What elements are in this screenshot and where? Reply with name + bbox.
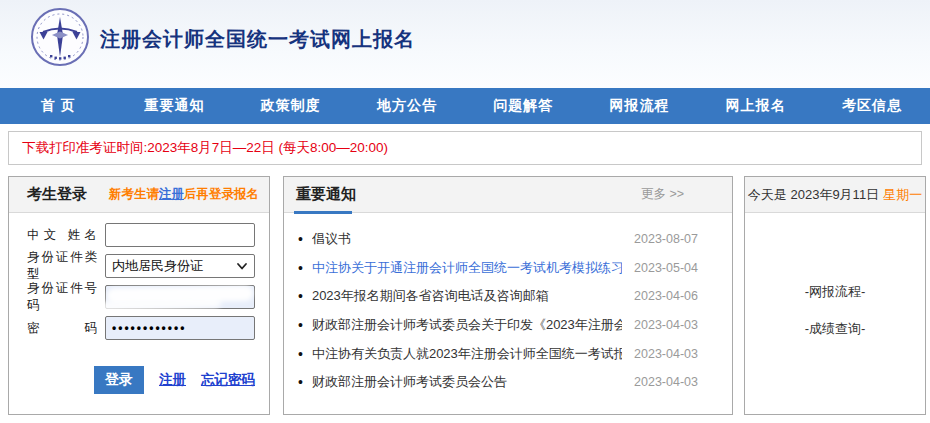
notice-item: • 中注协关于开通注册会计师全国统一考试机考模拟练习网站的公... 2023-0… [298, 254, 698, 283]
notice-date: 2023-05-04 [622, 261, 698, 275]
password-label: 密码 [27, 320, 105, 337]
notice-item: • 中注协有关负责人就2023年注册会计师全国统一考试报名相... 2023-0… [298, 339, 698, 368]
login-panel-header: 考生登录 新考生请注册后再登录报名 [9, 177, 269, 213]
notice-link[interactable]: 中注协关于开通注册会计师全国统一考试机考模拟练习网站的公... [312, 259, 622, 277]
notice-item: • 倡议书 2023-08-07 [298, 225, 698, 254]
notice-date: 2023-04-03 [622, 347, 698, 361]
chinese-name-input[interactable] [105, 223, 255, 247]
nav-item-online-registration[interactable]: 网上报名 [698, 88, 814, 124]
candidate-login-panel: 考生登录 新考生请注册后再登录报名 中文 姓名 身份证件类型 内地居民身份证 [8, 176, 270, 415]
nav-item-faq[interactable]: 问题解答 [465, 88, 581, 124]
new-user-hint-suffix: 后再登录报名 [184, 187, 259, 201]
registration-process-link[interactable]: -网报流程- [805, 283, 866, 301]
admission-ticket-notice-bar: 下载打印准考证时间:2023年8月7日—22日 (每天8:00—20:00) [8, 131, 922, 165]
cpa-exam-registration-page: 注册会计师全国统一考试网上报名 首 页 重要通知 政策制度 地方公告 问题解答 … [0, 0, 930, 423]
notice-item: • 财政部注册会计师考试委员会公告 2023-04-03 [298, 368, 698, 397]
main-nav: 首 页 重要通知 政策制度 地方公告 问题解答 网报流程 网上报名 考区信息 [0, 88, 930, 124]
today-panel: 今天是 2023年9月11日 星期一 -网报流程- -成绩查询- [744, 176, 926, 415]
nav-item-home[interactable]: 首 页 [0, 88, 116, 124]
notice-date: 2023-04-03 [622, 318, 698, 332]
login-panel-title: 考生登录 [27, 185, 87, 204]
bullet-icon: • [298, 318, 303, 332]
name-label: 中文 姓名 [27, 227, 105, 244]
important-notices-panel: 重要通知 更多 >> • 倡议书 2023-08-07 • 中注协关于开通注册会… [283, 176, 733, 415]
notice-item: • 2023年报名期间各省咨询电话及咨询邮箱 2023-04-06 [298, 282, 698, 311]
notice-link[interactable]: 财政部注册会计师考试委员会公告 [312, 373, 622, 391]
notice-item: • 财政部注册会计师考试委员会关于印发《2023年注册会计师... 2023-0… [298, 311, 698, 340]
register-link[interactable]: 注册 [159, 371, 186, 389]
notice-list: • 倡议书 2023-08-07 • 中注协关于开通注册会计师全国统一考试机考模… [284, 213, 732, 397]
new-user-hint: 新考生请注册后再登录报名 [109, 186, 259, 203]
chevron-down-icon [236, 260, 248, 272]
id-number-input[interactable] [105, 285, 255, 309]
login-form: 中文 姓名 身份证件类型 内地居民身份证 身份证件号码 [9, 213, 269, 394]
bullet-icon: • [298, 232, 303, 246]
quick-links: -网报流程- -成绩查询- [745, 213, 925, 338]
notice-date: 2023-04-03 [622, 375, 698, 389]
score-inquiry-link[interactable]: -成绩查询- [805, 320, 866, 338]
nav-item-exam-areas[interactable]: 考区信息 [814, 88, 930, 124]
page-title: 注册会计师全国统一考试网上报名 [100, 26, 415, 53]
bullet-icon: • [298, 261, 303, 275]
id-type-row: 身份证件类型 内地居民身份证 [27, 254, 255, 278]
notice-link[interactable]: 中注协有关负责人就2023年注册会计师全国统一考试报名相... [312, 345, 622, 363]
new-user-register-link[interactable]: 注册 [159, 187, 184, 201]
id-number-row: 身份证件号码 [27, 285, 255, 309]
id-type-label: 身份证件类型 [27, 249, 105, 283]
notice-link[interactable]: 2023年报名期间各省咨询电话及咨询邮箱 [312, 287, 622, 305]
id-type-select[interactable]: 内地居民身份证 [105, 254, 255, 278]
bullet-icon: • [298, 375, 303, 389]
notices-panel-title: 重要通知 [296, 185, 356, 204]
admission-ticket-notice-text: 下载打印准考证时间:2023年8月7日—22日 (每天8:00—20:00) [22, 139, 388, 157]
forgot-password-link[interactable]: 忘记密码 [201, 371, 255, 389]
nav-item-local-announcements[interactable]: 地方公告 [349, 88, 465, 124]
login-actions-row: 登录 注册 忘记密码 [94, 366, 255, 394]
password-input[interactable] [105, 316, 255, 340]
notice-date: 2023-04-06 [622, 289, 698, 303]
more-link[interactable]: 更多 >> [641, 186, 684, 203]
today-weekday: 星期一 [883, 186, 922, 204]
nav-item-registration-process[interactable]: 网报流程 [581, 88, 697, 124]
password-row: 密码 [27, 316, 255, 340]
notices-panel-header: 重要通知 更多 >> [284, 177, 732, 213]
site-header: 注册会计师全国统一考试网上报名 [0, 0, 930, 88]
notice-link[interactable]: 财政部注册会计师考试委员会关于印发《2023年注册会计师... [312, 316, 622, 334]
notice-link[interactable]: 倡议书 [312, 230, 622, 248]
nav-item-important-notices[interactable]: 重要通知 [116, 88, 232, 124]
login-button[interactable]: 登录 [94, 366, 144, 394]
notice-date: 2023-08-07 [622, 232, 698, 246]
new-user-hint-prefix: 新考生请 [109, 187, 159, 201]
name-row: 中文 姓名 [27, 223, 255, 247]
nav-item-policies[interactable]: 政策制度 [233, 88, 349, 124]
active-tab-underline [294, 211, 352, 214]
today-panel-header: 今天是 2023年9月11日 星期一 [745, 177, 925, 213]
bullet-icon: • [298, 289, 303, 303]
cicpa-logo-icon [30, 7, 90, 67]
id-number-label: 身份证件号码 [27, 280, 105, 314]
today-date-text: 今天是 2023年9月11日 [748, 186, 879, 204]
id-type-selected-value: 内地居民身份证 [112, 257, 203, 275]
bullet-icon: • [298, 347, 303, 361]
